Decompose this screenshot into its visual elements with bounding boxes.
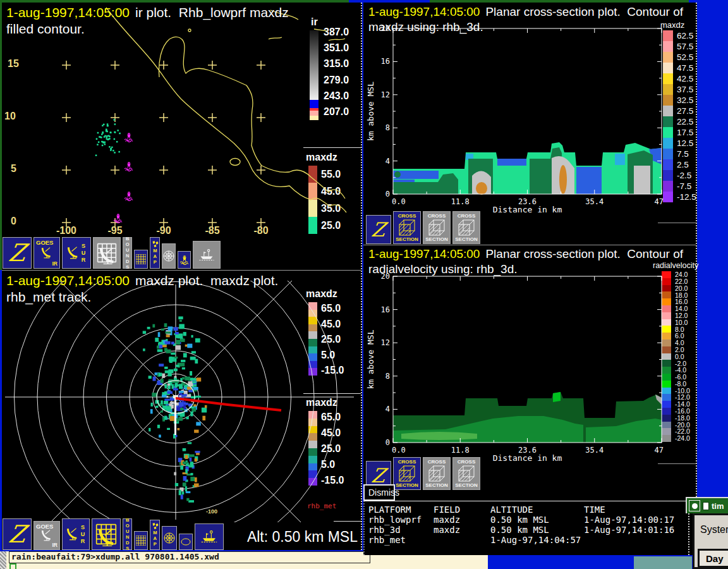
buoy-button[interactable] (178, 251, 191, 269)
plot-timestamp: 1-aug-1997,14:05:00 (368, 247, 480, 260)
y-axis-tick: 12 (381, 338, 390, 347)
map-icon (152, 523, 159, 529)
ship-button[interactable] (195, 523, 224, 550)
zebra-logo-button[interactable]: Z (3, 518, 32, 550)
radialvelocity-cross-section-panel: 1-aug-1997,14:05:00Planar cross-section … (363, 246, 696, 490)
y-axis-tick: 8 (385, 123, 390, 132)
goes-ir-button[interactable]: GOES IR (33, 521, 60, 550)
radialvelocity-contour (393, 392, 662, 443)
ship-icon (199, 249, 214, 261)
terminal-window-edge (0, 551, 6, 569)
cross-section-window: 1-aug-1997,14:05:00Planar cross-section … (363, 3, 697, 555)
time-window-titlebar[interactable]: tim (686, 497, 728, 513)
grid-button[interactable] (134, 250, 148, 269)
map-x-tick: -90 (145, 225, 183, 236)
ship-icon (201, 530, 217, 543)
cube-icon (428, 219, 446, 236)
goes-ir-button[interactable]: GOES IR (33, 237, 60, 269)
plot-timestamp: 1-aug-1997,14:05:00 (6, 5, 130, 20)
bounds-button[interactable]: BOUNDS (123, 237, 132, 269)
system-label: System (700, 524, 728, 535)
map-icon (152, 241, 159, 247)
panel-divider (0, 270, 361, 271)
x-axis-tick: 11.8 (451, 446, 470, 455)
grid-button[interactable] (134, 531, 148, 550)
y-axis-tick: 0 (385, 190, 390, 199)
cross-section-button-active[interactable]: CROSS SECTION (393, 457, 421, 490)
x-axis-label: Distance in km (493, 453, 562, 463)
panel-title-line2: filled contour. (6, 21, 85, 37)
polar-grid-button[interactable] (162, 243, 176, 269)
y-axis-tick: 4 (385, 405, 390, 413)
ir-cloud-speckles (95, 119, 121, 156)
satellite-dish-icon (41, 530, 52, 541)
partial-window-fragment (634, 556, 692, 569)
cross-section-button[interactable]: CROSS SECTION (423, 457, 451, 490)
cross-section-button-active[interactable]: CROSS SECTION (393, 211, 421, 244)
buoy-markers (114, 133, 133, 223)
circle-icon (692, 503, 698, 509)
altitude-readout: Alt: 0.50 km MSL (234, 529, 358, 546)
plot-timestamp: 1-aug-1997,14:05:00 (6, 273, 130, 288)
x-axis-tick: 0.0 (392, 446, 406, 455)
cross-section-button[interactable]: CROSS SECTION (423, 211, 451, 244)
map-x-tick: -85 (193, 225, 231, 236)
panel-title-line2: rhb_met track. (6, 290, 91, 305)
map-x-tick: -100 (47, 225, 85, 236)
polar-grid-button[interactable] (162, 526, 177, 550)
panel-title: 1-aug-1997,14:05:00Planar cross-section … (368, 247, 683, 261)
cube-icon (428, 465, 446, 482)
y-axis-label: km above MSL (366, 82, 375, 141)
x-axis-tick: 11.8 (451, 197, 470, 206)
table-row: rhb_3dmaxdz0.50 km MSL1-Aug-97,14:01:16 (365, 525, 688, 535)
radialvelocity-cross-section-plot[interactable]: 2016128400.011.823.635.447Distance in km… (363, 246, 697, 487)
radar-grid-button[interactable] (92, 518, 121, 550)
map-panel-toolbar: Z GOES IR SUR BOUNDS MAP (3, 236, 221, 269)
cross-section-toolbar: Z CROSS SECTION CROSS SECTION CROSS SECT… (366, 210, 480, 244)
wm-edge-blue (0, 270, 2, 551)
radar-grid-button[interactable] (93, 237, 121, 269)
cube-icon (458, 219, 475, 236)
window-menu-button[interactable] (689, 500, 700, 511)
map-overlay-button[interactable]: MAP (150, 237, 160, 269)
terminal-cursor (9, 563, 16, 569)
dismiss-button[interactable]: Dismiss (363, 484, 395, 501)
zebra-logo-button[interactable]: Z (366, 215, 391, 244)
surveillance-radar-button[interactable]: SUR (62, 518, 90, 550)
map-y-tick: 5 (11, 163, 16, 174)
y-axis-tick: 0 (385, 438, 390, 447)
cross-section-button[interactable]: CROSS SECTION (452, 211, 480, 244)
terminal-prompt-line: rain:beaufait:79>xdump.all 970801.1405.x… (9, 551, 370, 563)
wm-edge-green (0, 3, 2, 270)
map-y-tick: 10 (4, 111, 16, 122)
ship-button[interactable] (193, 241, 221, 269)
panel-title: 1-aug-1997,14:05:00ir plot. Rhb_lowprf m… (6, 5, 289, 20)
maxdz-contour (393, 142, 662, 195)
y-axis-tick: 16 (381, 305, 390, 314)
circle-button[interactable] (179, 534, 193, 550)
radar-panel-toolbar: Z GOES IR SUR BOUNDS MAP (3, 517, 224, 550)
radar-ppi-plot[interactable] (0, 281, 361, 522)
map-x-tick: -95 (96, 225, 134, 236)
radar-x-tick: -100 (206, 508, 217, 515)
coastline (106, 8, 346, 212)
map-y-tick: 0 (11, 216, 16, 227)
zebra-logo-button[interactable]: Z (3, 237, 32, 269)
panel-title: 1-aug-1997,14:05:00Planar cross-section … (368, 5, 683, 19)
document-icon (703, 502, 709, 510)
bounds-button[interactable]: BOUNDS (123, 518, 132, 550)
x-axis-tick: 47 (655, 446, 664, 455)
table-header-row: PLATFORMFIELDALTITUDETIME (365, 505, 688, 515)
cube-icon (398, 465, 416, 482)
day-button[interactable]: Day (698, 549, 728, 568)
surveillance-radar-button[interactable]: SUR (62, 237, 91, 269)
table-row: rhb_lowprfmaxdz0.50 km MSL1-Aug-97,14:00… (365, 515, 688, 525)
window-title: tim (712, 501, 724, 511)
x-axis-tick: 0.0 (392, 197, 406, 206)
y-axis-label: km above MSL (366, 329, 375, 389)
map-overlay-button[interactable]: MAP (150, 520, 160, 550)
cross-section-button[interactable]: CROSS SECTION (452, 457, 480, 490)
radar-grid-icon (95, 522, 117, 546)
maxdz-cross-section-plot[interactable]: 2016128400.011.823.635.447Distance in km… (363, 3, 697, 244)
satellite-map-plot[interactable] (0, 3, 361, 235)
